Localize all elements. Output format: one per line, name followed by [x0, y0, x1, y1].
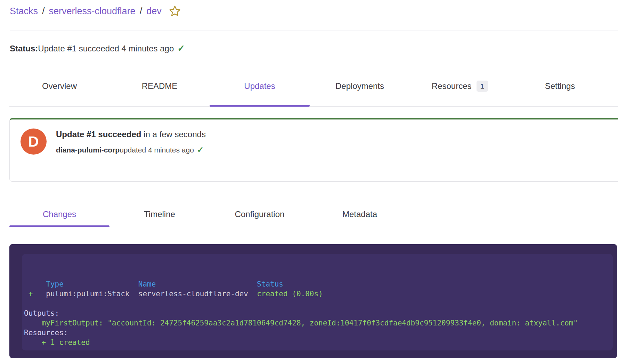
update-author: diana-pulumi-corp: [56, 146, 120, 154]
active-subtab-underline: [9, 225, 109, 227]
update-card[interactable]: D Update #1 succeeded in a few seconds d…: [9, 118, 618, 182]
update-meta-text: updated 4 minutes ago: [120, 146, 194, 154]
success-check-icon: ✓: [197, 145, 204, 155]
breadcrumb: Stacks / serverless-cloudflare / dev: [10, 5, 181, 17]
update-title-rest: in a few seconds: [141, 130, 205, 139]
terminal-output: Type Name Status + pulumi:pulumi:Stack s…: [24, 279, 613, 347]
divider: [10, 31, 618, 31]
stack-tabs: Overview README Updates Deployments Reso…: [9, 66, 618, 107]
breadcrumb-separator: /: [42, 6, 45, 17]
tab-label: README: [142, 81, 178, 91]
breadcrumb-separator: /: [140, 6, 143, 17]
tab-readme[interactable]: README: [109, 66, 210, 106]
subtab-changes[interactable]: Changes: [9, 201, 109, 227]
stack-status-line: Status: Update #1 succeeded 4 minutes ag…: [10, 43, 185, 54]
subtab-label: Timeline: [144, 209, 175, 219]
subtab-label: Configuration: [235, 209, 285, 219]
update-subtabs: Changes Timeline Configuration Metadata: [9, 201, 618, 227]
tab-label: Updates: [244, 81, 275, 91]
page: Stacks / serverless-cloudflare / dev Sta…: [0, 0, 618, 364]
favorite-star-icon[interactable]: [169, 5, 181, 17]
subtab-label: Metadata: [342, 209, 377, 219]
active-tab-underline: [210, 105, 310, 107]
subtab-configuration[interactable]: Configuration: [210, 201, 310, 227]
tab-label: Deployments: [335, 81, 384, 91]
subtab-timeline[interactable]: Timeline: [109, 201, 210, 227]
subtab-metadata[interactable]: Metadata: [310, 201, 410, 227]
user-avatar: D: [21, 129, 47, 155]
resources-count-badge: 1: [477, 81, 488, 92]
tab-settings[interactable]: Settings: [510, 66, 610, 106]
success-check-icon: ✓: [177, 43, 185, 54]
tab-label: Resources: [432, 81, 472, 91]
breadcrumb-project-link[interactable]: serverless-cloudflare: [49, 6, 136, 17]
tab-overview[interactable]: Overview: [9, 66, 109, 106]
update-card-meta: diana-pulumi-corp updated 4 minutes ago …: [56, 145, 206, 155]
tab-deployments[interactable]: Deployments: [310, 66, 410, 106]
status-label: Status:: [10, 44, 38, 53]
tab-label: Overview: [42, 81, 77, 91]
update-card-text: Update #1 succeeded in a few seconds dia…: [56, 130, 206, 155]
update-title-bold: Update #1 succeeded: [56, 130, 141, 139]
tab-resources[interactable]: Resources 1: [410, 66, 510, 106]
subtab-label: Changes: [43, 209, 76, 219]
status-text: Update #1 succeeded 4 minutes ago: [38, 44, 174, 53]
tab-updates[interactable]: Updates: [210, 66, 310, 106]
update-diff-terminal: Type Name Status + pulumi:pulumi:Stack s…: [9, 244, 617, 358]
breadcrumb-stacks-link[interactable]: Stacks: [10, 6, 38, 17]
terminal-inner-panel: Type Name Status + pulumi:pulumi:Stack s…: [22, 254, 613, 350]
breadcrumb-stack-link[interactable]: dev: [146, 6, 162, 17]
update-card-title: Update #1 succeeded in a few seconds: [56, 130, 206, 139]
tab-label: Settings: [545, 81, 575, 91]
